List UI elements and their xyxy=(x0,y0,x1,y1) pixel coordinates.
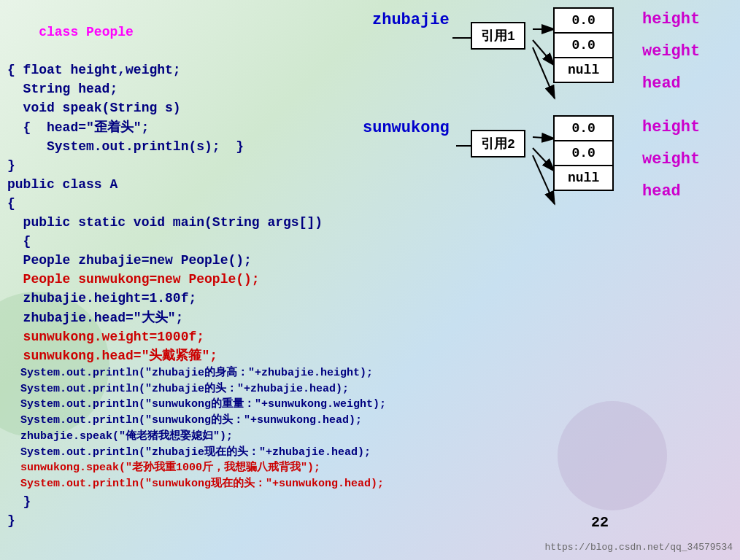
code-section: class People { float height,weight; Stri… xyxy=(7,4,358,530)
table-row: 0.0 xyxy=(554,8,613,33)
table-row: 0.0 xyxy=(554,116,613,141)
zhubajie-head-label: head xyxy=(642,74,681,93)
ref-box-1: 引用1 xyxy=(471,22,525,50)
code-line-6: System.out.println(s); } xyxy=(7,137,358,156)
zhubajie-weight-val: 0.0 xyxy=(554,33,613,58)
table-row: null xyxy=(554,166,613,190)
code-line-12: People zhubajie=new People(); xyxy=(7,251,358,270)
sunwukong-weight-val: 0.0 xyxy=(554,141,613,166)
page-number: 22 xyxy=(591,514,609,531)
ref-box-2: 引用2 xyxy=(471,130,525,158)
code-line-2: { float height,weight; xyxy=(7,61,358,79)
code-line-24: sunwukong.speak("老孙我重1000斤，我想骗八戒背我"); xyxy=(7,460,358,476)
table-row: null xyxy=(554,58,613,82)
code-line-22: zhubajie.speak("俺老猪我想娶媳妇"); xyxy=(7,429,358,445)
code-line-3: String head; xyxy=(7,79,358,98)
code-line-10: public static void main(String args[]) xyxy=(7,213,358,232)
sunwukong-field-table: 0.0 0.0 null xyxy=(553,115,614,191)
code-line-20: System.out.println("sunwukong的重量："+sunwu… xyxy=(7,397,358,413)
zhubajie-field-table: 0.0 0.0 null xyxy=(553,7,614,83)
sunwukong-weight-label: weight xyxy=(642,150,700,168)
code-line-17: sunwukong.head="头戴紧箍"; xyxy=(7,346,358,365)
code-line-21: System.out.println("sunwukong的头："+sunwuk… xyxy=(7,413,358,429)
code-line-16: sunwukong.weight=1000f; xyxy=(7,327,358,346)
bg-decoration-2 xyxy=(558,401,667,510)
code-line-13: People sunwukong=new People(); xyxy=(7,270,358,289)
sunwukong-height-label: height xyxy=(642,118,700,136)
svg-line-3 xyxy=(533,40,555,66)
code-line-15: zhubajie.head="大头"; xyxy=(7,308,358,327)
watermark: https://blog.csdn.net/qq_34579534 xyxy=(545,542,733,553)
zhubajie-height-label: height xyxy=(642,10,700,28)
sunwukong-head-label: head xyxy=(642,182,681,201)
code-line-1: class People xyxy=(7,4,358,61)
zhubajie-weight-label: weight xyxy=(642,42,700,61)
code-line-25: System.out.println("sunwukong现在的头："+sunw… xyxy=(7,476,358,492)
class-name: People xyxy=(86,25,134,39)
code-line-7: } xyxy=(7,156,358,175)
table-row: 0.0 xyxy=(554,141,613,166)
svg-line-7 xyxy=(533,148,555,171)
zhubajie-height-val: 0.0 xyxy=(554,8,613,33)
sunwukong-height-val: 0.0 xyxy=(554,116,613,141)
code-line-11: { xyxy=(7,232,358,251)
code-line-14: zhubajie.height=1.80f; xyxy=(7,289,358,308)
code-line-9: { xyxy=(7,194,358,213)
code-line-8: public class A xyxy=(7,175,358,194)
code-line-4: void speak(String s) xyxy=(7,98,358,117)
code-line-5: { head="歪着头"; xyxy=(7,118,358,137)
keyword-class: class xyxy=(39,25,86,39)
code-line-26: } xyxy=(7,492,358,511)
code-line-23: System.out.println("zhubajie现在的头："+zhuba… xyxy=(7,445,358,461)
code-line-18: System.out.println("zhubajie的身高："+zhubaj… xyxy=(7,365,358,381)
code-line-19: System.out.println("zhubajie的头："+zhubaji… xyxy=(7,381,358,397)
zhubajie-head-val: null xyxy=(554,58,613,82)
svg-line-6 xyxy=(533,137,555,139)
sunwukong-label: sunwukong xyxy=(363,119,450,137)
sunwukong-head-val: null xyxy=(554,166,613,190)
svg-line-4 xyxy=(533,47,555,98)
zhubajie-label: zhubajie xyxy=(372,11,450,29)
code-line-27: } xyxy=(7,511,358,530)
table-row: 0.0 xyxy=(554,33,613,58)
svg-line-8 xyxy=(533,155,555,204)
